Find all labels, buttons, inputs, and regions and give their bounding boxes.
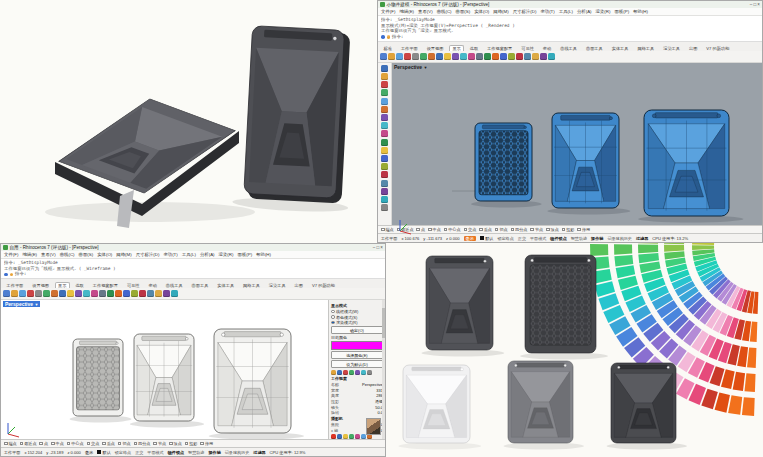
sidebar-tool-icon[interactable] [381,122,388,129]
tool-icon[interactable] [171,290,178,297]
tool-icon[interactable] [540,53,547,60]
menu-item[interactable]: 渲染(R) [219,252,234,257]
cplane-menu[interactable]: 工作平面 [4,450,20,455]
panel-tab-icon[interactable] [331,434,336,439]
status-toggle[interactable]: 物件锁点 [168,450,184,455]
sidebar-tool-icon[interactable] [381,163,388,170]
wallpaper-thumbnail[interactable] [366,418,381,435]
sidebar-tool-icon[interactable] [381,65,388,72]
sidebar-tool-icon[interactable] [381,139,388,146]
menu-item[interactable]: 查看(V) [418,9,433,14]
current-color-swatch[interactable] [331,341,383,350]
sidebar-tool-icon[interactable] [381,98,388,105]
tool-icon[interactable] [131,290,138,297]
status-toggle[interactable]: 过滤器 [253,450,265,455]
tool-icon[interactable] [67,290,74,297]
shaded-model-honeycomb[interactable] [471,123,542,208]
tool-icon[interactable] [99,290,106,297]
tool-icon[interactable] [11,290,18,297]
wireframe-model-medium[interactable] [130,334,204,428]
tool-icon[interactable] [83,290,90,297]
window-buttons[interactable]: – □ × [373,245,383,250]
tool-icon[interactable] [412,53,419,60]
shaded-model-medium[interactable] [547,113,630,215]
menu-item[interactable]: 面板(P) [237,252,252,257]
tool-icon[interactable] [436,53,443,60]
tool-icon[interactable] [139,290,146,297]
menu-item[interactable]: 文件(F) [4,252,18,257]
shaded-models-canvas[interactable] [392,63,763,241]
panel-tab-icon[interactable] [343,434,348,439]
panel-tab-icon[interactable] [355,434,360,439]
tool-icon[interactable] [420,53,427,60]
tool-icon[interactable] [484,53,491,60]
menu-item[interactable]: 面板(P) [614,9,629,14]
property-row[interactable]: 旋转0.0 [331,410,383,415]
menu-item[interactable]: 曲线(C) [437,9,452,14]
menu-item[interactable]: 实体(O) [97,252,112,257]
status-toggle[interactable]: 正交 [135,450,143,455]
menu-item[interactable]: 帮助(H) [633,9,648,14]
title-bar[interactable]: 自用 - Rhinoceros 7 (评估版) - [Perspective] … [1,244,385,251]
tool-icon[interactable] [452,53,459,60]
tool-icon[interactable] [35,290,42,297]
sidebar-tool-icon[interactable] [381,114,388,121]
tool-icon[interactable] [19,290,26,297]
menu-item[interactable]: 变动(T) [540,9,554,14]
tool-icon[interactable] [460,53,467,60]
property-row[interactable]: 宽度331 [331,388,383,393]
command-prompt[interactable]: 指令: [15,271,26,277]
menu-item[interactable]: 编辑(E) [22,252,37,257]
shaded-model-large[interactable] [638,110,743,223]
sidebar-tool-icon[interactable] [381,188,388,195]
tool-icon[interactable] [476,53,483,60]
menu-item[interactable]: 尺寸标注(D) [136,252,160,257]
menu-item[interactable]: 分析(A) [577,9,592,14]
menu-item[interactable]: 查看(V) [41,252,56,257]
status-toggle[interactable]: 记录建构历史 [225,450,250,455]
command-option-icon[interactable] [381,35,385,39]
status-toggle[interactable]: 智慧轨迹 [188,450,204,455]
command-history[interactable]: 指令: _SetDisplayMode工作视窗已设置为「线框」显示模式。( _W… [1,259,385,279]
menu-item[interactable]: 工具(L) [559,9,573,14]
ok-button[interactable]: 确定(O) [331,326,383,334]
menu-item[interactable]: 曲面(S) [456,9,471,14]
sidebar-tool-icon[interactable] [381,155,388,162]
command-help-icon[interactable]: ? [387,35,391,39]
sidebar-tool-icon[interactable] [381,130,388,137]
window-buttons[interactable]: – □ × [750,2,760,7]
status-toggle[interactable]: 锁定格点 [115,450,131,455]
tool-icon[interactable] [500,53,507,60]
property-row[interactable]: 镜头50.0 [331,405,383,410]
tool-icon[interactable] [548,53,555,60]
panel-tab-icon[interactable] [349,370,354,375]
tool-icon[interactable] [532,53,539,60]
tool-icon[interactable] [59,290,66,297]
color-button[interactable]: 选择颜色(E) [331,351,383,359]
property-row[interactable]: 投影透视 [331,399,383,404]
sidebar-tool-icon[interactable] [381,196,388,203]
display-mode-radio[interactable]: 着色模式(S) [331,315,383,320]
status-toggle[interactable]: 平面模式 [147,450,163,455]
sidebar-tool-icon[interactable] [381,73,388,80]
menu-item[interactable]: 实体(O) [474,9,489,14]
menu-item[interactable]: 尺寸标注(D) [513,9,537,14]
property-row[interactable]: 高度286 [331,393,383,398]
tool-icon[interactable] [492,53,499,60]
color-button[interactable]: 设为默认(D) [331,360,383,368]
sidebar-tool-icon[interactable] [381,180,388,187]
tool-icon[interactable] [428,53,435,60]
command-help-icon[interactable]: ? [10,273,14,277]
units-chip[interactable]: 毫米 [85,450,93,455]
panel-tab-icon[interactable] [367,370,372,375]
menu-item[interactable]: 帮助(H) [256,252,271,257]
command-prompt[interactable]: 指令: [392,34,403,40]
tool-icon[interactable] [444,53,451,60]
panel-tab-icon[interactable] [337,370,342,375]
tool-icon[interactable] [380,53,387,60]
menu-item[interactable]: 曲线(C) [60,252,75,257]
tool-icon[interactable] [163,290,170,297]
viewport-label[interactable]: Perspective ▼ [3,301,40,307]
menu-item[interactable]: 文件(F) [381,9,395,14]
tool-icon[interactable] [155,290,162,297]
